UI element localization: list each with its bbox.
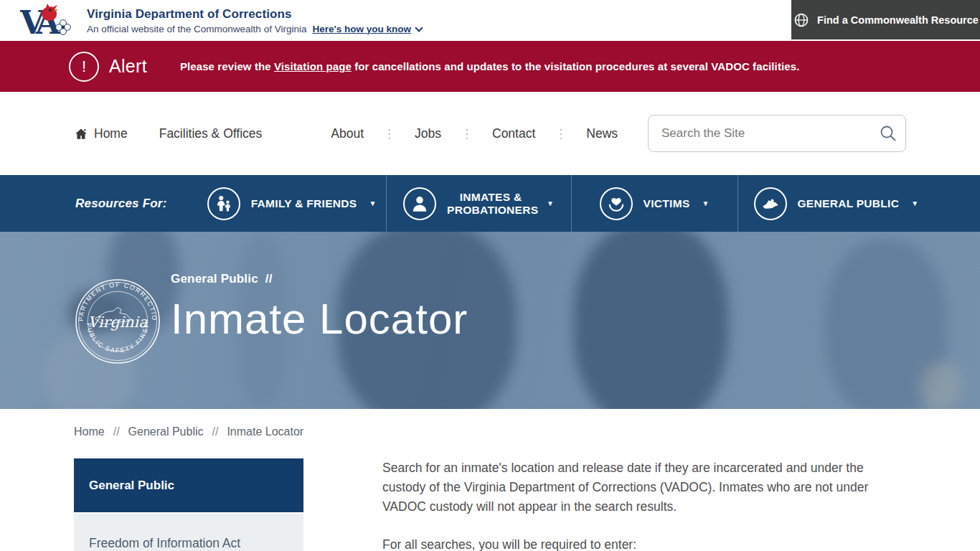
resources-item-label: INMATES & PROBATIONERS: [447, 191, 534, 217]
nav-item-news[interactable]: News: [586, 126, 618, 141]
breadcrumb-home[interactable]: Home: [74, 425, 105, 438]
visitation-page-link[interactable]: Visitation page: [274, 60, 352, 72]
alert-message: Please review the Visitation page for ca…: [180, 60, 800, 72]
page: VA Virginia Department of Corrections: [0, 0, 980, 551]
search-input[interactable]: [648, 115, 906, 152]
site-title: Virginia Department of Corrections: [87, 7, 422, 22]
resources-item-victims[interactable]: VICTIMS ▼: [571, 175, 738, 232]
nav-item-facilities-offices[interactable]: Facilities & Offices: [159, 126, 263, 141]
hero-eyebrow-link[interactable]: General Public: [171, 272, 258, 286]
resources-item-label: GENERAL PUBLIC: [798, 197, 900, 210]
resources-item-general-public[interactable]: GENERAL PUBLIC ▼: [738, 175, 980, 232]
va-logo-icon: VA: [20, 1, 77, 37]
hero-eyebrow-separator: //: [265, 272, 273, 286]
official-site-text: An official website of the Commonwealth …: [87, 24, 306, 34]
globe-icon: [793, 11, 810, 29]
breadcrumb-separator: //: [212, 425, 219, 438]
chevron-down-icon[interactable]: [415, 24, 423, 32]
nav-divider-dots: ⋮: [383, 128, 395, 140]
search-icon[interactable]: [879, 124, 897, 143]
sidebar-item-foia[interactable]: Freedom of Information Act: [74, 514, 303, 551]
breadcrumb-separator: //: [113, 425, 120, 438]
caret-down-icon: ▼: [911, 199, 918, 207]
breadcrumb-inmate-locator[interactable]: Inmate Locator: [227, 425, 303, 438]
victims-icon: [600, 187, 633, 220]
alert-message-suffix: for cancellations and updates to the vis…: [352, 60, 800, 72]
resources-item-family-friends[interactable]: FAMILY & FRIENDS ▼: [198, 175, 386, 232]
alert-exclamation-icon: !: [69, 52, 99, 82]
virginia-state-icon: [754, 187, 787, 220]
home-icon: [74, 127, 88, 141]
content-area: General Public Freedom of Information Ac…: [0, 438, 980, 551]
family-icon: [207, 187, 240, 220]
dogwood-flower-icon: [56, 19, 71, 34]
inmate-icon: [403, 187, 436, 220]
vadoc-seal: DEPARTMENT OF CORRECTIONS PUBLIC SAFETY …: [74, 278, 161, 368]
nav-item-about[interactable]: About: [331, 126, 364, 141]
page-title: Inmate Locator: [171, 296, 468, 342]
main-content: Search for an inmate's location and rele…: [382, 458, 906, 551]
search-requirements-intro: For all searches, you will be required t…: [382, 535, 906, 551]
resources-for-label: Resources For:: [75, 175, 167, 232]
breadcrumb: Home // General Public // Inmate Locator: [0, 409, 980, 438]
resources-bar: Resources For: FAMILY & FRIENDS ▼ I: [0, 175, 980, 232]
alert-label: Alert: [109, 56, 147, 77]
main-nav: Home Facilities & Offices About ⋮ Jobs ⋮…: [0, 92, 980, 175]
resources-item-inmates-probationers[interactable]: INMATES & PROBATIONERS ▼: [386, 175, 571, 232]
nav-home-label: Home: [94, 126, 128, 141]
header-title-block: Virginia Department of Corrections An of…: [87, 7, 422, 34]
site-search: [648, 115, 906, 152]
breadcrumb-general-public[interactable]: General Public: [128, 425, 204, 438]
site-header: VA Virginia Department of Corrections: [0, 0, 980, 41]
alert-banner: ! Alert Please review the Visitation pag…: [0, 41, 980, 92]
heres-how-you-know-link[interactable]: Here's how you know: [312, 24, 411, 34]
caret-down-icon: ▼: [702, 199, 710, 207]
hero-text-block: General Public // Inmate Locator: [171, 272, 468, 342]
find-commonwealth-resource-button[interactable]: Find a Commonwealth Resource: [791, 0, 980, 39]
resources-item-label: FAMILY & FRIENDS: [251, 197, 357, 210]
hero-banner: DEPARTMENT OF CORRECTIONS PUBLIC SAFETY …: [0, 232, 980, 409]
alert-message-prefix: Please review the: [180, 60, 274, 72]
caret-down-icon: ▼: [369, 199, 376, 207]
nav-divider-dots: ⋮: [461, 128, 473, 140]
resources-item-label: VICTIMS: [644, 197, 690, 210]
sidebar-nav: General Public Freedom of Information Ac…: [74, 458, 303, 551]
nav-item-contact[interactable]: Contact: [492, 126, 535, 141]
nav-divider-dots: ⋮: [555, 128, 567, 140]
caret-down-icon: ▼: [547, 199, 554, 207]
seal-virginia-script: Virginia: [88, 314, 148, 331]
nav-item-jobs[interactable]: Jobs: [415, 126, 441, 141]
sidebar-item-general-public[interactable]: General Public: [74, 458, 303, 512]
resource-link-label: Find a Commonwealth Resource: [817, 14, 979, 26]
va-logo: VA: [20, 1, 77, 40]
nav-item-home[interactable]: Home: [74, 126, 128, 141]
intro-paragraph: Search for an inmate's location and rele…: [382, 458, 906, 517]
